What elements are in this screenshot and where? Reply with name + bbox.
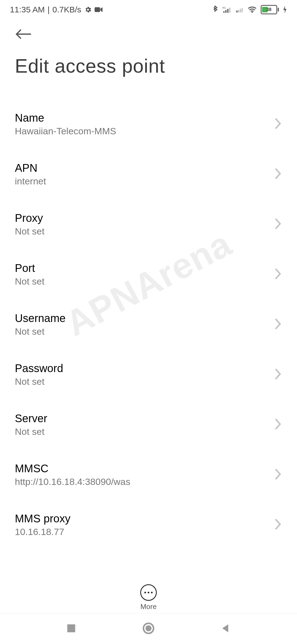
svg-point-13 [145,625,152,631]
svg-rect-9 [242,8,243,12]
svg-point-10 [252,12,253,13]
status-net-rate: 0.7KB/s [53,5,81,14]
setting-label: Server [15,412,47,425]
chevron-right-icon [274,118,282,131]
gear-icon [84,6,92,13]
chevron-right-icon [274,218,282,231]
setting-label: Username [15,312,66,324]
svg-rect-8 [240,9,241,13]
setting-row-mmsproxy[interactable]: MMS proxy10.16.18.77 [0,500,297,550]
setting-label: Proxy [15,212,45,224]
nav-recents-button[interactable] [66,623,76,634]
setting-value: Not set [15,326,66,337]
setting-label: MMS proxy [15,512,70,525]
signal-4g-icon: 4G [222,6,232,14]
nav-back-button[interactable] [221,623,231,634]
nav-home-button[interactable] [142,622,155,635]
bluetooth-icon [212,6,218,14]
svg-rect-0 [95,7,100,12]
setting-label: Name [15,112,116,124]
setting-row-password[interactable]: PasswordNot set [0,350,297,400]
video-icon [95,7,103,13]
battery-icon: 38 [261,5,279,14]
setting-value: Hawaiian-Telecom-MMS [15,126,116,137]
nav-bar [0,613,297,644]
setting-label: Port [15,262,45,274]
more-label: More [140,602,156,611]
svg-rect-5 [229,8,230,13]
setting-label: APN [15,162,46,174]
setting-row-mmsc[interactable]: MMSChttp://10.16.18.4:38090/was [0,450,297,500]
svg-rect-11 [67,624,75,632]
settings-list: NameHawaiian-Telecom-MMSAPNinternetProxy… [0,77,297,550]
more-icon [140,584,157,601]
setting-row-port[interactable]: PortNot set [0,249,297,299]
svg-text:4G: 4G [222,6,226,9]
chevron-right-icon [274,518,282,531]
setting-label: MMSC [15,462,130,475]
page-title: Edit access point [0,42,297,77]
setting-label: Password [15,362,63,375]
svg-rect-7 [238,10,239,12]
setting-value: Not set [15,376,63,387]
signal-nosim-icon [235,6,244,14]
svg-rect-2 [223,11,224,13]
svg-rect-3 [225,10,226,13]
setting-value: 10.16.18.77 [15,526,70,537]
status-time: 11:35 AM [10,5,45,14]
chevron-right-icon [274,368,282,381]
chevron-right-icon [274,268,282,281]
more-button[interactable]: More [0,584,297,611]
svg-rect-4 [227,9,228,13]
setting-value: internet [15,176,46,187]
chevron-right-icon [274,168,282,181]
setting-row-proxy[interactable]: ProxyNot set [0,199,297,249]
setting-row-apn[interactable]: APNinternet [0,149,297,199]
setting-row-server[interactable]: ServerNot set [0,400,297,450]
chevron-right-icon [274,318,282,331]
setting-value: http://10.16.18.4:38090/was [15,476,130,487]
setting-value: Not set [15,226,45,237]
status-bar: 11:35 AM | 0.7KB/s 4G 38 [0,0,297,14]
status-sep: | [48,5,50,14]
list-bottom-fade [0,559,297,581]
setting-value: Not set [15,426,47,437]
setting-value: Not set [15,276,45,287]
charging-icon [283,6,287,13]
setting-row-username[interactable]: UsernameNot set [0,299,297,350]
back-button[interactable] [15,37,31,42]
setting-row-name[interactable]: NameHawaiian-Telecom-MMS [0,99,297,149]
chevron-right-icon [274,468,282,481]
chevron-right-icon [274,418,282,431]
wifi-icon [248,6,257,13]
